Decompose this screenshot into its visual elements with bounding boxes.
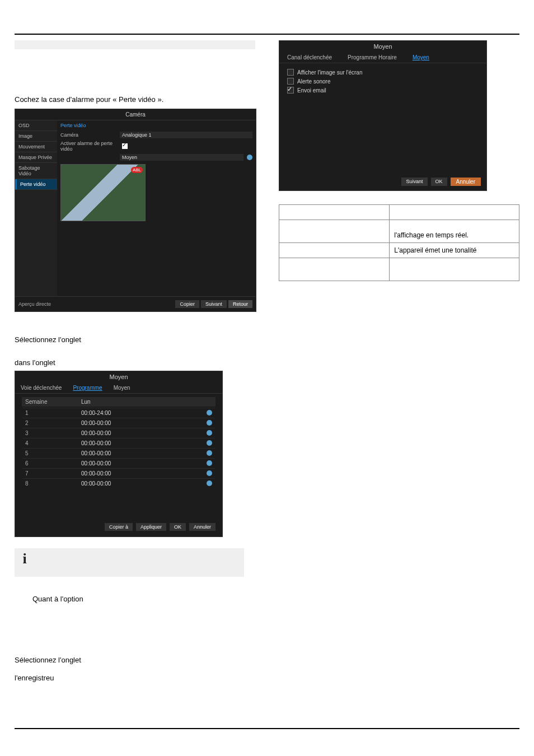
gear-icon[interactable] — [207, 420, 212, 426]
gear-icon[interactable] — [207, 440, 212, 446]
tab-voie[interactable]: Voie déclenchée — [15, 382, 67, 393]
label-enable-alarm: Activer alarme de perte vidéo — [60, 141, 116, 152]
row-time[interactable]: 00:00-00:00 — [81, 470, 207, 477]
para-quant: Quant à l'option — [32, 594, 255, 605]
checkbox[interactable] — [287, 87, 294, 94]
camera-sidebar: OSD Image Mouvement Masque Privée Sabota… — [15, 120, 57, 296]
row-index: 6 — [25, 460, 81, 466]
row-time[interactable]: 00:00-00:00 — [81, 480, 207, 487]
sidebar-item-image[interactable]: Image — [15, 131, 57, 142]
opt-cell — [279, 258, 390, 281]
schedule-row: 100:00-24:00 — [22, 408, 216, 418]
gear-icon[interactable] — [207, 410, 212, 416]
note-body — [35, 548, 244, 577]
row-index: 8 — [25, 480, 81, 487]
schedule-row: 700:00-00:00 — [22, 468, 216, 478]
moyen-option: Alerte sonore — [287, 77, 479, 86]
option-label: Alerte sonore — [297, 78, 330, 85]
row-index: 4 — [25, 440, 81, 446]
gear-icon[interactable] — [207, 430, 212, 436]
para-enregistreu: l'enregistreu — [15, 673, 255, 684]
note-box: i — [15, 548, 244, 577]
btn-annuler[interactable]: Annuler — [189, 523, 216, 531]
btn-appliquer[interactable]: Appliquer — [136, 523, 166, 531]
tab-canal[interactable]: Canal déclenchée — [279, 52, 340, 63]
btn-annuler[interactable]: Annuler — [451, 178, 481, 186]
tab-programme[interactable]: Programme — [67, 382, 107, 393]
btn-ok[interactable]: OK — [431, 178, 447, 186]
row-time[interactable]: 00:00-00:00 — [81, 460, 207, 466]
opt-cell-value: L'appareil émet une tonalité — [390, 243, 519, 258]
para-selectionnez-1: Sélectionnez l'onglet — [15, 334, 255, 346]
opt-cell-value: l'affichage en temps réel. — [390, 220, 519, 243]
tab-moyen[interactable]: Moyen — [108, 382, 136, 393]
sidebar-item-osd[interactable]: OSD — [15, 120, 57, 131]
label-moyen: Moyen — [120, 154, 243, 161]
tab-programme-horaire[interactable]: Programme Horaire — [340, 52, 405, 63]
btn-copier[interactable]: Copier — [175, 300, 199, 308]
checkbox[interactable] — [287, 69, 294, 76]
opt-cell — [279, 243, 390, 258]
moyen-panel: Moyen Canal déclenchée Programme Horaire… — [279, 40, 487, 191]
btn-suivant[interactable]: Suivant — [201, 300, 227, 308]
gear-icon[interactable] — [207, 460, 212, 466]
footer-label: Aperçu directe — [18, 301, 51, 307]
para-selectionnez-2: Sélectionnez l'onglet — [15, 655, 255, 666]
para-dans: dans l'onglet — [15, 357, 255, 368]
camera-panel: Caméra OSD Image Mouvement Masque Privée… — [15, 109, 256, 312]
opt-cell — [390, 205, 519, 220]
heading-placeholder — [15, 40, 255, 49]
sidebar-item-perte-video[interactable]: Perte vidéo — [15, 179, 57, 190]
schedule-row: 800:00-00:00 — [22, 478, 216, 488]
schedule-row: 400:00-00:00 — [22, 438, 216, 448]
schedule-row: 200:00-00:00 — [22, 418, 216, 428]
btn-copier-a[interactable]: Copier à — [105, 523, 133, 531]
schedule-row: 300:00-00:00 — [22, 428, 216, 438]
btn-retour[interactable]: Retour — [228, 300, 252, 308]
breadcrumb: Perte vidéo — [60, 123, 252, 128]
gear-icon[interactable] — [207, 480, 212, 486]
opt-cell — [279, 205, 390, 220]
row-index: 1 — [25, 410, 81, 416]
label-camera: Caméra — [60, 132, 116, 138]
row-index: 2 — [25, 420, 81, 426]
hdr-semaine: Semaine — [25, 399, 81, 405]
options-table: l'affichage en temps réel. L'appareil ém… — [279, 204, 519, 281]
checkbox-enable-alarm[interactable] — [122, 143, 128, 149]
row-index: 3 — [25, 430, 81, 436]
panel-title: Caméra — [15, 109, 256, 120]
sidebar-item-sabotage[interactable]: Sabotage Vidéo — [15, 163, 57, 179]
row-time[interactable]: 00:00-00:00 — [81, 440, 207, 446]
checkbox[interactable] — [287, 78, 294, 85]
panel-title: Moyen — [279, 41, 486, 52]
sidebar-item-mouvement[interactable]: Mouvement — [15, 142, 57, 152]
row-time[interactable]: 00:00-00:00 — [81, 430, 207, 436]
row-time[interactable]: 00:00-00:00 — [81, 450, 207, 456]
video-preview: ABL — [60, 164, 146, 221]
info-icon: i — [22, 550, 26, 567]
opt-cell — [390, 258, 519, 281]
gear-icon[interactable] — [247, 155, 252, 160]
btn-ok[interactable]: OK — [170, 523, 186, 531]
row-time[interactable]: 00:00-24:00 — [81, 410, 207, 416]
tab-moyen[interactable]: Moyen — [405, 52, 437, 63]
row-time[interactable]: 00:00-00:00 — [81, 420, 207, 426]
moyen-option: Envoi email — [287, 86, 479, 95]
select-camera[interactable]: Analogique 1 — [120, 132, 252, 138]
moyen-option: Afficher l'image sur l'écran — [287, 68, 479, 77]
gear-icon[interactable] — [207, 450, 212, 456]
panel-title: Moyen — [15, 371, 222, 382]
row-index: 5 — [25, 450, 81, 456]
preview-badge: ABL — [131, 167, 143, 173]
sidebar-item-masque[interactable]: Masque Privée — [15, 152, 57, 163]
schedule-row: 600:00-00:00 — [22, 458, 216, 468]
para-cochez: Cochez la case d'alarme pour « Perte vid… — [15, 94, 255, 105]
select-day[interactable]: Lun — [81, 399, 212, 405]
btn-suivant[interactable]: Suivant — [401, 178, 427, 186]
schedule-row: 500:00-00:00 — [22, 448, 216, 458]
row-index: 7 — [25, 470, 81, 477]
opt-cell — [279, 220, 390, 243]
option-label: Afficher l'image sur l'écran — [297, 69, 362, 76]
gear-icon[interactable] — [207, 470, 212, 476]
option-label: Envoi email — [297, 87, 326, 94]
